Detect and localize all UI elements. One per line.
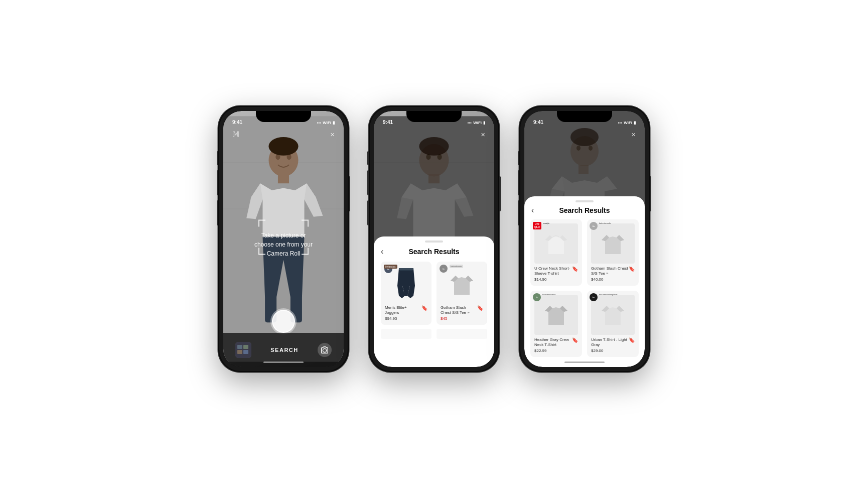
product-img-uniqlo: UNIQLO uniqlo xyxy=(534,223,578,264)
panel-title: Search Results xyxy=(531,206,638,214)
corner-tl xyxy=(258,220,265,227)
tshirt-heather-illustration xyxy=(542,301,570,328)
phone-1: 9:41 ▪▪▪ WiFi ▮ 𝕄 × Take a picture xyxy=(218,106,349,372)
product-img-urban: tm thousandmilesglobal xyxy=(591,295,635,335)
tshirt-illustration-gotham xyxy=(448,271,476,298)
product-img-gotham-2: kb kattenbrands xyxy=(591,223,635,264)
phone-2: 9:41 ▪▪▪ WiFi ▮ × ‹ Search Results xyxy=(369,106,499,372)
prompt-line2: choose one from your xyxy=(254,240,313,249)
panel-handle xyxy=(575,200,594,202)
product-card-gotham[interactable]: kb kattenbrands Go xyxy=(437,262,487,325)
home-indicator-3 xyxy=(564,362,605,363)
tshirt-uniqlo-illustration xyxy=(542,230,570,258)
product-name-urban: Urban T-Shirt - Light Gray xyxy=(591,337,629,348)
status-icons-1: ▪▪▪ WiFi ▮ xyxy=(317,121,335,125)
panel-card-heather[interactable]: tc trueclassictees xyxy=(530,291,582,357)
product-name-joggers: Men's Elite+ Joggers xyxy=(385,305,421,316)
wifi-icon-1: WiFi xyxy=(323,121,331,125)
back-button-2[interactable]: ‹ xyxy=(381,247,383,256)
time-2: 9:41 xyxy=(383,120,393,125)
time-3: 9:41 xyxy=(533,120,543,125)
svg-rect-11 xyxy=(237,345,242,349)
svg-rect-13 xyxy=(237,350,242,354)
home-indicator-1 xyxy=(263,362,304,363)
product-price-gotham-2: $40.00 xyxy=(591,277,629,282)
shutter-button[interactable] xyxy=(272,310,295,333)
bookmark-uniqlo[interactable]: 🔖 xyxy=(572,266,578,272)
signal-icon-3: ▪▪▪ xyxy=(618,121,623,125)
product-price-heather: $22.99 xyxy=(534,348,572,353)
corner-tr xyxy=(302,220,309,227)
results-grid-2: lb lttybasics xyxy=(381,262,487,325)
product-name-uniqlo: U Crew Neck Short-Sleeve T-shirt xyxy=(534,266,572,277)
panel-card-gotham-2[interactable]: kb kattenbrands Go xyxy=(587,219,639,286)
close-btn-3[interactable]: × xyxy=(631,130,636,139)
prompt-line1: Take a picture or xyxy=(254,231,313,240)
status-icons-3: ▪▪▪ WiFi ▮ xyxy=(618,121,636,125)
phone-3: 9:41 ▪▪▪ WiFi ▮ × ‹ Search Results xyxy=(519,106,650,372)
product-info-gotham: Gotham Slash Chest S/S Tee » $45 🔖 xyxy=(441,305,483,321)
svg-rect-12 xyxy=(243,345,248,349)
time-1: 9:41 xyxy=(232,120,242,125)
camera-prompt: Take a picture or choose one from your C… xyxy=(254,231,313,258)
product-img-joggers: lb lttybasics xyxy=(385,266,427,303)
wifi-icon-2: WiFi xyxy=(473,121,482,125)
product-info-heather: Heather Gray Crew Neck T-Shirt $22.99 🔖 xyxy=(534,337,578,353)
prompt-line3: Camera Roll xyxy=(254,249,313,258)
product-name-gotham: Gotham Slash Chest S/S Tee » xyxy=(441,305,477,316)
product-info-joggers: Men's Elite+ Joggers $94.95 🔖 xyxy=(385,305,427,321)
product-price-gotham: $45 xyxy=(441,316,477,321)
battery-icon-2: ▮ xyxy=(483,121,485,125)
product-name-gotham-2: Gotham Slash Chest S/S Tee » xyxy=(591,266,629,277)
product-name-heather: Heather Gray Crew Neck T-Shirt xyxy=(534,337,572,348)
battery-icon-1: ▮ xyxy=(333,121,335,125)
search-results-panel: ‹ Search Results UNIQLO uniqlo xyxy=(524,196,645,367)
tshirt-gotham-illustration xyxy=(599,230,627,258)
camera-flip-button[interactable] xyxy=(318,343,332,357)
phones-container: 9:41 ▪▪▪ WiFi ▮ 𝕄 × Take a picture xyxy=(218,106,650,372)
product-price-joggers: $94.95 xyxy=(385,316,421,321)
app-logo-1: 𝕄 xyxy=(232,130,239,138)
sheet-handle xyxy=(425,241,443,243)
panel-card-urban[interactable]: tm thousandmilesglobal xyxy=(587,291,639,357)
notch-3 xyxy=(557,111,612,122)
partial-row-hint xyxy=(381,329,487,339)
notch-2 xyxy=(406,111,462,122)
svg-rect-14 xyxy=(243,350,248,354)
bookmark-gotham-2[interactable]: 🔖 xyxy=(629,266,635,272)
bookmark-gotham[interactable]: 🔖 xyxy=(477,305,483,311)
battery-icon-3: ▮ xyxy=(634,121,636,125)
sheet-title-2: Search Results xyxy=(381,248,487,256)
close-btn-2[interactable]: × xyxy=(481,130,485,139)
close-btn-1[interactable]: × xyxy=(330,130,335,139)
svg-rect-10 xyxy=(235,342,251,358)
bookmark-urban[interactable]: 🔖 xyxy=(629,337,635,343)
status-icons-2: ▪▪▪ WiFi ▮ xyxy=(468,121,485,125)
back-button-3[interactable]: ‹ xyxy=(531,206,534,215)
search-label: SEARCH xyxy=(270,347,298,353)
product-info-gotham-2: Gotham Slash Chest S/S Tee » $40.00 🔖 xyxy=(591,266,635,282)
panel-card-uniqlo[interactable]: UNIQLO uniqlo U xyxy=(530,219,582,286)
bookmark-joggers[interactable]: 🔖 xyxy=(421,305,427,311)
panel-header: ‹ Search Results xyxy=(524,206,645,219)
home-indicator-2 xyxy=(414,364,454,365)
svg-point-15 xyxy=(323,348,326,352)
wifi-icon-3: WiFi xyxy=(624,121,632,125)
joggers-illustration xyxy=(395,268,417,301)
product-price-urban: $29.00 xyxy=(591,348,629,353)
product-img-gotham: kb kattenbrands xyxy=(441,266,483,303)
tshirt-urban-illustration xyxy=(599,301,627,328)
product-card-joggers[interactable]: lb lttybasics xyxy=(381,262,431,325)
signal-icon-1: ▪▪▪ xyxy=(317,121,322,125)
product-info-uniqlo: U Crew Neck Short-Sleeve T-shirt $14.90 … xyxy=(534,266,578,282)
signal-icon-2: ▪▪▪ xyxy=(468,121,472,125)
product-price-uniqlo: $14.90 xyxy=(534,277,572,282)
svg-rect-4 xyxy=(278,174,289,183)
bookmark-heather[interactable]: 🔖 xyxy=(572,337,578,343)
svg-rect-24 xyxy=(399,268,413,270)
product-info-urban: Urban T-Shirt - Light Gray $29.00 🔖 xyxy=(591,337,635,353)
notch-1 xyxy=(256,111,311,122)
gallery-icon[interactable] xyxy=(235,342,251,358)
search-results-sheet: ‹ Search Results lb lttybasics xyxy=(374,236,494,367)
results-grid-3: UNIQLO uniqlo U xyxy=(524,219,645,357)
